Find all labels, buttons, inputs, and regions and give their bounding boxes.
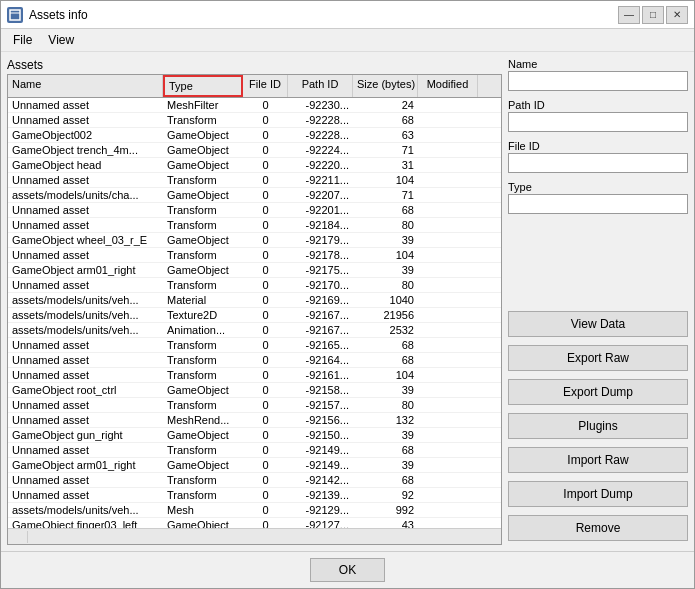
col-name[interactable]: Name bbox=[8, 75, 163, 97]
table-row[interactable]: Unnamed assetTransform0-92170...80 bbox=[8, 278, 501, 293]
import-dump-button[interactable]: Import Dump bbox=[508, 481, 688, 507]
view-data-button[interactable]: View Data bbox=[508, 311, 688, 337]
horizontal-scrollbar[interactable] bbox=[28, 531, 485, 543]
table-row[interactable]: GameObject002GameObject0-92228...63 bbox=[8, 128, 501, 143]
table-row[interactable]: GameObject root_ctrlGameObject0-92158...… bbox=[8, 383, 501, 398]
table-row[interactable]: assets/models/units/cha...GameObject0-92… bbox=[8, 188, 501, 203]
cell-pathid: -92228... bbox=[288, 113, 353, 127]
cell-size: 80 bbox=[353, 278, 418, 292]
cell-name: GameObject arm01_right bbox=[8, 458, 163, 472]
cell-type: Transform bbox=[163, 113, 243, 127]
table-row[interactable]: Unnamed assetTransform0-92228...68 bbox=[8, 113, 501, 128]
title-bar-controls: — □ ✕ bbox=[618, 6, 688, 24]
cell-type: GameObject bbox=[163, 518, 243, 528]
table-row[interactable]: Unnamed assetTransform0-92139...92 bbox=[8, 488, 501, 503]
cell-fileid: 0 bbox=[243, 383, 288, 397]
cell-modified bbox=[418, 308, 478, 322]
cell-name: Unnamed asset bbox=[8, 98, 163, 112]
col-fileid[interactable]: File ID bbox=[243, 75, 288, 97]
table-row[interactable]: Unnamed assetTransform0-92184...80 bbox=[8, 218, 501, 233]
title-bar: Assets info — □ ✕ bbox=[1, 1, 694, 29]
cell-pathid: -92201... bbox=[288, 203, 353, 217]
cell-modified bbox=[418, 233, 478, 247]
menu-view[interactable]: View bbox=[40, 31, 82, 49]
cell-type: Transform bbox=[163, 338, 243, 352]
table-row[interactable]: assets/models/units/veh...Mesh0-92129...… bbox=[8, 503, 501, 518]
maximize-button[interactable]: □ bbox=[642, 6, 664, 24]
import-raw-button[interactable]: Import Raw bbox=[508, 447, 688, 473]
ok-button[interactable]: OK bbox=[310, 558, 385, 582]
table-row[interactable]: Unnamed assetTransform0-92164...68 bbox=[8, 353, 501, 368]
table-row[interactable]: assets/models/units/veh...Animation...0-… bbox=[8, 323, 501, 338]
close-button[interactable]: ✕ bbox=[666, 6, 688, 24]
export-raw-button[interactable]: Export Raw bbox=[508, 345, 688, 371]
type-field-group: Type bbox=[508, 181, 688, 214]
cell-type: Transform bbox=[163, 473, 243, 487]
fileid-input[interactable] bbox=[508, 153, 688, 173]
table-row[interactable]: Unnamed assetTransform0-92211...104 bbox=[8, 173, 501, 188]
name-input[interactable] bbox=[508, 71, 688, 91]
cell-fileid: 0 bbox=[243, 173, 288, 187]
pathid-input[interactable] bbox=[508, 112, 688, 132]
table-row[interactable]: GameObject trench_4m...GameObject0-92224… bbox=[8, 143, 501, 158]
cell-name: GameObject root_ctrl bbox=[8, 383, 163, 397]
cell-pathid: -92220... bbox=[288, 158, 353, 172]
cell-fileid: 0 bbox=[243, 368, 288, 382]
col-size[interactable]: Size (bytes) bbox=[353, 75, 418, 97]
cell-modified bbox=[418, 338, 478, 352]
cell-size: 104 bbox=[353, 248, 418, 262]
table-row[interactable]: assets/models/units/veh...Texture2D0-921… bbox=[8, 308, 501, 323]
cell-type: GameObject bbox=[163, 233, 243, 247]
window-icon bbox=[7, 7, 23, 23]
table-row[interactable]: GameObject headGameObject0-92220...31 bbox=[8, 158, 501, 173]
cell-fileid: 0 bbox=[243, 413, 288, 427]
cell-modified bbox=[418, 398, 478, 412]
cell-size: 24 bbox=[353, 98, 418, 112]
cell-pathid: -92142... bbox=[288, 473, 353, 487]
cell-fileid: 0 bbox=[243, 143, 288, 157]
remove-button[interactable]: Remove bbox=[508, 515, 688, 541]
table-row[interactable]: GameObject gun_rightGameObject0-92150...… bbox=[8, 428, 501, 443]
menu-file[interactable]: File bbox=[5, 31, 40, 49]
type-input[interactable] bbox=[508, 194, 688, 214]
table-row[interactable]: Unnamed assetMeshFilter0-92230...24 bbox=[8, 98, 501, 113]
table-row[interactable]: assets/models/units/veh...Material0-9216… bbox=[8, 293, 501, 308]
cell-modified bbox=[418, 158, 478, 172]
table-row[interactable]: GameObject wheel_03_r_EGameObject0-92179… bbox=[8, 233, 501, 248]
table-row[interactable]: Unnamed assetMeshRend...0-92156...132 bbox=[8, 413, 501, 428]
plugins-button[interactable]: Plugins bbox=[508, 413, 688, 439]
table-row[interactable]: Unnamed assetTransform0-92178...104 bbox=[8, 248, 501, 263]
table-row[interactable]: Unnamed assetTransform0-92142...68 bbox=[8, 473, 501, 488]
table-row[interactable]: GameObject arm01_rightGameObject0-92175.… bbox=[8, 263, 501, 278]
cell-modified bbox=[418, 278, 478, 292]
cell-modified bbox=[418, 173, 478, 187]
table-row[interactable]: Unnamed assetTransform0-92161...104 bbox=[8, 368, 501, 383]
cell-type: Transform bbox=[163, 368, 243, 382]
name-field-group: Name bbox=[508, 58, 688, 91]
cell-pathid: -92150... bbox=[288, 428, 353, 442]
cell-name: Unnamed asset bbox=[8, 218, 163, 232]
cell-fileid: 0 bbox=[243, 233, 288, 247]
cell-size: 68 bbox=[353, 443, 418, 457]
cell-modified bbox=[418, 518, 478, 528]
table-row[interactable]: GameObject finger03_leftGameObject0-9212… bbox=[8, 518, 501, 528]
col-type[interactable]: Type bbox=[163, 75, 243, 97]
col-modified[interactable]: Modified bbox=[418, 75, 478, 97]
table-row[interactable]: Unnamed assetTransform0-92165...68 bbox=[8, 338, 501, 353]
table-row[interactable]: Unnamed assetTransform0-92201...68 bbox=[8, 203, 501, 218]
table-row[interactable]: Unnamed assetTransform0-92157...80 bbox=[8, 398, 501, 413]
table-body: Unnamed assetMeshFilter0-92230...24Unnam… bbox=[8, 98, 501, 528]
table-row[interactable]: Unnamed assetTransform0-92149...68 bbox=[8, 443, 501, 458]
cell-name: Unnamed asset bbox=[8, 368, 163, 382]
table-body-wrapper[interactable]: Unnamed assetMeshFilter0-92230...24Unnam… bbox=[8, 98, 501, 528]
table-row[interactable]: GameObject arm01_rightGameObject0-92149.… bbox=[8, 458, 501, 473]
cell-type: Transform bbox=[163, 248, 243, 262]
cell-fileid: 0 bbox=[243, 98, 288, 112]
export-dump-button[interactable]: Export Dump bbox=[508, 379, 688, 405]
col-pathid[interactable]: Path ID bbox=[288, 75, 353, 97]
minimize-button[interactable]: — bbox=[618, 6, 640, 24]
cell-modified bbox=[418, 353, 478, 367]
cell-modified bbox=[418, 128, 478, 142]
svg-rect-0 bbox=[10, 10, 20, 20]
cell-pathid: -92169... bbox=[288, 293, 353, 307]
